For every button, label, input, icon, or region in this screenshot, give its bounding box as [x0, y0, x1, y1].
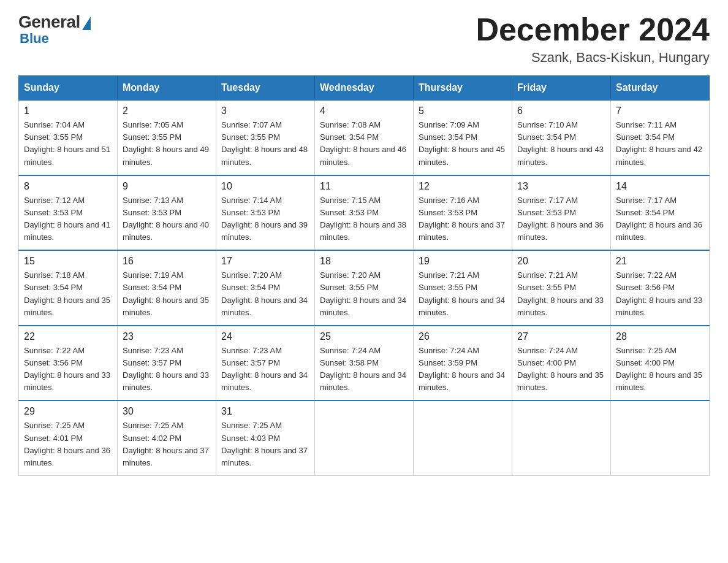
table-row: 15 Sunrise: 7:18 AM Sunset: 3:54 PM Dayl…: [19, 250, 118, 326]
sunrise-label: Sunrise: 7:13 AM: [123, 196, 183, 205]
sunset-label: Sunset: 3:53 PM: [24, 208, 83, 217]
table-row: 20 Sunrise: 7:21 AM Sunset: 3:55 PM Dayl…: [512, 250, 611, 326]
table-row: [315, 400, 414, 475]
calendar-week-row: 1 Sunrise: 7:04 AM Sunset: 3:55 PM Dayli…: [19, 100, 710, 175]
sunset-label: Sunset: 4:00 PM: [616, 358, 675, 367]
table-row: 16 Sunrise: 7:19 AM Sunset: 3:54 PM Dayl…: [118, 250, 216, 326]
day-info: Sunrise: 7:22 AM Sunset: 3:56 PM Dayligh…: [24, 345, 112, 394]
day-number: 3: [221, 105, 309, 117]
daylight-label: Daylight: 8 hours and 35 minutes.: [517, 370, 604, 392]
day-number: 13: [517, 181, 605, 192]
sunrise-label: Sunrise: 7:24 AM: [517, 346, 578, 355]
day-info: Sunrise: 7:13 AM Sunset: 3:53 PM Dayligh…: [123, 194, 211, 244]
daylight-label: Daylight: 8 hours and 42 minutes.: [616, 145, 702, 166]
sunrise-label: Sunrise: 7:25 AM: [24, 421, 85, 430]
day-info: Sunrise: 7:18 AM Sunset: 3:54 PM Dayligh…: [24, 269, 112, 319]
day-info: Sunrise: 7:25 AM Sunset: 4:03 PM Dayligh…: [221, 419, 309, 469]
header-wednesday: Wednesday: [315, 76, 414, 101]
sunset-label: Sunset: 3:53 PM: [123, 208, 181, 217]
daylight-label: Daylight: 8 hours and 34 minutes.: [320, 370, 406, 392]
sunset-label: Sunset: 3:56 PM: [616, 283, 675, 292]
calendar-week-row: 15 Sunrise: 7:18 AM Sunset: 3:54 PM Dayl…: [19, 250, 710, 326]
table-row: 24 Sunrise: 7:23 AM Sunset: 3:57 PM Dayl…: [216, 326, 315, 401]
day-info: Sunrise: 7:14 AM Sunset: 3:53 PM Dayligh…: [221, 194, 309, 244]
day-number: 2: [123, 105, 211, 117]
daylight-label: Daylight: 8 hours and 37 minutes.: [419, 220, 505, 242]
sunrise-label: Sunrise: 7:14 AM: [221, 196, 282, 205]
table-row: [414, 400, 512, 475]
day-info: Sunrise: 7:11 AM Sunset: 3:54 PM Dayligh…: [616, 119, 704, 169]
day-number: 17: [221, 256, 309, 267]
sunrise-label: Sunrise: 7:20 AM: [320, 270, 381, 280]
sunset-label: Sunset: 3:54 PM: [419, 132, 477, 142]
sunrise-label: Sunrise: 7:22 AM: [24, 346, 85, 355]
daylight-label: Daylight: 8 hours and 36 minutes.: [517, 220, 604, 242]
sunrise-label: Sunrise: 7:20 AM: [221, 270, 282, 280]
sunset-label: Sunset: 3:54 PM: [616, 208, 675, 217]
daylight-label: Daylight: 8 hours and 45 minutes.: [419, 145, 505, 166]
day-number: 16: [123, 256, 211, 267]
table-row: 14 Sunrise: 7:17 AM Sunset: 3:54 PM Dayl…: [611, 175, 710, 251]
daylight-label: Daylight: 8 hours and 34 minutes.: [419, 370, 505, 392]
day-number: 5: [419, 105, 507, 117]
sunset-label: Sunset: 3:57 PM: [221, 358, 280, 367]
sunrise-label: Sunrise: 7:05 AM: [123, 120, 183, 129]
location-title: Szank, Bacs-Kiskun, Hungary: [476, 50, 710, 66]
table-row: 19 Sunrise: 7:21 AM Sunset: 3:55 PM Dayl…: [414, 250, 512, 326]
day-number: 15: [24, 256, 112, 267]
sunrise-label: Sunrise: 7:23 AM: [221, 346, 282, 355]
day-info: Sunrise: 7:04 AM Sunset: 3:55 PM Dayligh…: [24, 119, 112, 169]
table-row: 31 Sunrise: 7:25 AM Sunset: 4:03 PM Dayl…: [216, 400, 315, 475]
daylight-label: Daylight: 8 hours and 51 minutes.: [24, 145, 110, 166]
day-info: Sunrise: 7:23 AM Sunset: 3:57 PM Dayligh…: [123, 345, 211, 394]
day-number: 10: [221, 181, 309, 192]
sunset-label: Sunset: 3:55 PM: [320, 283, 379, 292]
daylight-label: Daylight: 8 hours and 34 minutes.: [320, 296, 406, 317]
sunset-label: Sunset: 3:53 PM: [221, 208, 280, 217]
sunset-label: Sunset: 3:53 PM: [517, 208, 576, 217]
day-number: 29: [24, 406, 112, 417]
table-row: 6 Sunrise: 7:10 AM Sunset: 3:54 PM Dayli…: [512, 100, 611, 175]
title-section: December 2024 Szank, Bacs-Kiskun, Hungar…: [476, 12, 710, 66]
daylight-label: Daylight: 8 hours and 33 minutes.: [123, 370, 209, 392]
sunrise-label: Sunrise: 7:16 AM: [419, 196, 479, 205]
day-info: Sunrise: 7:21 AM Sunset: 3:55 PM Dayligh…: [517, 269, 605, 319]
table-row: 13 Sunrise: 7:17 AM Sunset: 3:53 PM Dayl…: [512, 175, 611, 251]
day-info: Sunrise: 7:25 AM Sunset: 4:00 PM Dayligh…: [616, 345, 704, 394]
month-title: December 2024: [476, 12, 710, 47]
daylight-label: Daylight: 8 hours and 40 minutes.: [123, 220, 209, 242]
day-number: 23: [123, 331, 211, 342]
sunrise-label: Sunrise: 7:15 AM: [320, 196, 381, 205]
day-info: Sunrise: 7:24 AM Sunset: 3:59 PM Dayligh…: [419, 345, 507, 394]
sunrise-label: Sunrise: 7:08 AM: [320, 120, 381, 129]
daylight-label: Daylight: 8 hours and 33 minutes.: [24, 370, 110, 392]
sunrise-label: Sunrise: 7:21 AM: [517, 270, 578, 280]
day-number: 9: [123, 181, 211, 192]
sunset-label: Sunset: 4:00 PM: [517, 358, 576, 367]
daylight-label: Daylight: 8 hours and 34 minutes.: [221, 296, 308, 317]
table-row: 18 Sunrise: 7:20 AM Sunset: 3:55 PM Dayl…: [315, 250, 414, 326]
sunrise-label: Sunrise: 7:24 AM: [419, 346, 479, 355]
calendar-week-row: 8 Sunrise: 7:12 AM Sunset: 3:53 PM Dayli…: [19, 175, 710, 251]
sunrise-label: Sunrise: 7:04 AM: [24, 120, 85, 129]
header-friday: Friday: [512, 76, 611, 101]
day-info: Sunrise: 7:17 AM Sunset: 3:54 PM Dayligh…: [616, 194, 704, 244]
table-row: 2 Sunrise: 7:05 AM Sunset: 3:55 PM Dayli…: [118, 100, 216, 175]
day-number: 19: [419, 256, 507, 267]
calendar-week-row: 22 Sunrise: 7:22 AM Sunset: 3:56 PM Dayl…: [19, 326, 710, 401]
header-monday: Monday: [118, 76, 216, 101]
day-number: 20: [517, 256, 605, 267]
daylight-label: Daylight: 8 hours and 33 minutes.: [616, 296, 702, 317]
daylight-label: Daylight: 8 hours and 36 minutes.: [24, 446, 110, 467]
sunrise-label: Sunrise: 7:17 AM: [517, 196, 578, 205]
day-info: Sunrise: 7:15 AM Sunset: 3:53 PM Dayligh…: [320, 194, 408, 244]
day-number: 14: [616, 181, 704, 192]
sunset-label: Sunset: 3:55 PM: [517, 283, 576, 292]
day-info: Sunrise: 7:22 AM Sunset: 3:56 PM Dayligh…: [616, 269, 704, 319]
daylight-label: Daylight: 8 hours and 48 minutes.: [221, 145, 308, 166]
sunset-label: Sunset: 4:02 PM: [123, 434, 181, 443]
sunset-label: Sunset: 3:55 PM: [221, 132, 280, 142]
sunset-label: Sunset: 3:58 PM: [320, 358, 379, 367]
sunset-label: Sunset: 3:54 PM: [616, 132, 675, 142]
daylight-label: Daylight: 8 hours and 35 minutes.: [123, 296, 209, 317]
